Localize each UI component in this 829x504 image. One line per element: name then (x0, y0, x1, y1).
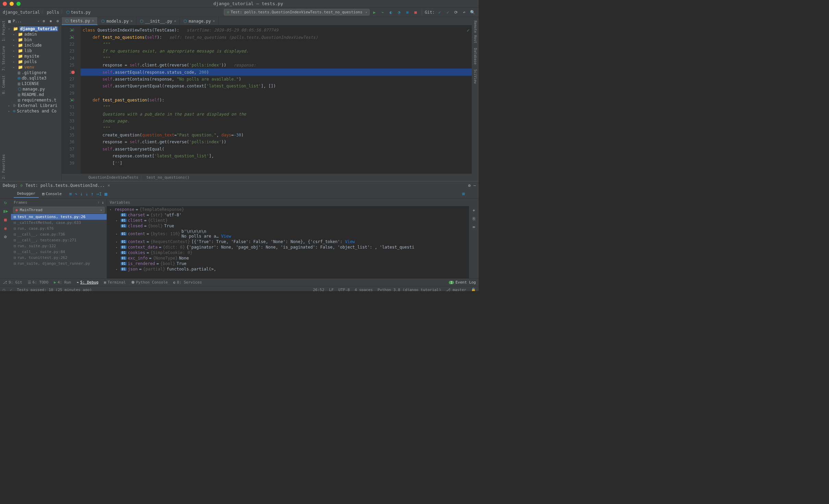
debug-toolwindow-button[interactable]: ⌁5: Debug (76, 280, 98, 285)
gear-icon[interactable]: ⚙ (55, 19, 60, 23)
chevron-right-icon[interactable]: ▸ (8, 110, 12, 113)
git-update-button[interactable]: ✓ (436, 9, 443, 16)
tree-item[interactable]: ▸📁polls (7, 59, 61, 64)
gutter-line[interactable]: 37 (62, 146, 81, 153)
step-into-icon[interactable]: ↓ (80, 191, 83, 196)
breadcrumb-folder[interactable]: polls (47, 10, 59, 15)
variable-item[interactable]: ▾response = {TemplateResponse} (107, 207, 469, 212)
thread-select[interactable]: ● MainThread ▾ (13, 207, 105, 213)
tree-item[interactable]: ▤.gitignore (7, 70, 61, 75)
expand-icon[interactable]: ▸ (116, 232, 119, 236)
sciview-toolwindow-button[interactable]: SciView (473, 67, 477, 86)
code-area[interactable]: class QuestionIndexViewTests(TestCase): … (81, 25, 472, 173)
locate-icon[interactable]: ⊕ (41, 19, 46, 23)
variable-item[interactable]: ▸01client = {Client} (107, 218, 469, 223)
run-button[interactable]: ▶ (371, 9, 378, 16)
step-over-icon[interactable]: ↷ (75, 191, 77, 196)
run-gutter-icon[interactable]: ▶ (71, 98, 73, 102)
tool-windows-icon[interactable]: ▢ (3, 288, 5, 291)
resume-button[interactable]: ▮▶ (3, 208, 8, 214)
gutter-line[interactable]: 26 (62, 69, 81, 75)
remote-host-toolwindow-button[interactable]: Remote Host (473, 19, 477, 45)
close-tab-icon[interactable]: × (130, 19, 133, 23)
debug-button[interactable]: ⌁ (379, 9, 386, 16)
variable-item[interactable]: ▸01content = {bytes: 110} b'\n\n\n\n No … (107, 229, 469, 239)
editor-tab[interactable]: ⬡__init__.py× (136, 17, 180, 25)
view-breakpoints-button[interactable]: ◉ (4, 226, 7, 231)
status-cursor[interactable]: 26:52 (313, 288, 324, 291)
run-configuration-select[interactable]: ⊘ Test: polls.tests.QuestionIndexViewTes… (224, 9, 370, 15)
variable-item[interactable]: ▸01cookies = {SimpleCookie: 0} (107, 250, 469, 255)
stop-debug-button[interactable]: ■ (4, 217, 7, 222)
code-line[interactable]: self.assertQuerysetEqual( (81, 146, 472, 153)
frame-item[interactable]: ⊡__call__, testcases.py:271 (11, 237, 107, 243)
tree-item[interactable]: ▸📁mysite (7, 53, 61, 59)
status-line-separator[interactable]: LF (329, 288, 334, 291)
frames-list[interactable]: ⊡test_no_questions, tests.py:26⊡_callTes… (11, 214, 107, 278)
todo-toolwindow-button[interactable]: ☰6: TODO (28, 280, 48, 285)
gutter-line[interactable]: 29 (62, 90, 81, 97)
commit-toolwindow-button[interactable]: 0: Commit (2, 73, 5, 96)
code-line[interactable]: Questions with a pub_date in the past ar… (81, 111, 472, 118)
lock-icon[interactable]: 🔒 (471, 288, 476, 291)
code-line[interactable]: """ (81, 124, 472, 131)
frame-item[interactable]: ⊡run, tcunittest.py:262 (11, 255, 107, 261)
chevron-down-icon[interactable]: ▾ (8, 27, 12, 31)
gutter-line[interactable]: 25 (62, 62, 81, 69)
chevron-right-icon[interactable]: ▸ (13, 33, 16, 36)
code-line[interactable] (81, 90, 472, 97)
tree-item[interactable]: ▸📁venv (7, 64, 61, 70)
gutter-line[interactable]: 31 (62, 104, 81, 110)
chevron-right-icon[interactable]: ▸ (8, 104, 12, 107)
close-window-button[interactable] (3, 2, 7, 6)
project-toolwindow-button[interactable]: 1: Project (2, 19, 5, 43)
chevron-right-icon[interactable]: ▸ (13, 44, 16, 47)
search-everywhere-button[interactable]: 🔍 (469, 9, 476, 16)
project-panel-title[interactable]: P... (13, 19, 35, 23)
run-gutter-icon[interactable]: ▶ (71, 28, 73, 32)
frame-item[interactable]: ⊡__call__, suite.py:84 (11, 249, 107, 255)
tree-item[interactable]: ▸📁lib (7, 48, 61, 53)
variable-item[interactable]: ▸01context = {RequestContext} [{'True': … (107, 239, 469, 244)
prev-frame-icon[interactable]: ↑ (97, 200, 100, 205)
code-line[interactable]: """ (81, 55, 472, 62)
gear-icon[interactable]: ⚙ (468, 183, 471, 188)
maximize-window-button[interactable] (16, 2, 21, 6)
next-frame-icon[interactable]: ↓ (101, 200, 104, 205)
status-tests[interactable]: Tests passed: 10 (25 minutes ago) (17, 288, 92, 291)
editor-breadcrumb[interactable]: QuestionIndexViewTests 〉 test_no_questio… (62, 173, 472, 181)
frame-item[interactable]: ⊡_callTestMethod, case.py:633 (11, 220, 107, 226)
chevron-right-icon[interactable]: ▸ (13, 49, 16, 52)
git-commit-button[interactable]: ✓ (444, 9, 451, 16)
editor-tab[interactable]: ⬡tests.py× (62, 17, 98, 25)
frame-item[interactable]: ⊡run, case.py:676 (11, 226, 107, 231)
profile-button[interactable]: ◔ (396, 9, 403, 16)
close-tab-icon[interactable]: × (92, 19, 94, 23)
code-line[interactable]: response = self.client.get(reverse('poll… (81, 62, 472, 69)
gutter-line[interactable]: 39 (62, 159, 81, 166)
layout-icon[interactable]: ⊞ (462, 191, 465, 196)
tree-item[interactable]: ▸📁bin (7, 37, 61, 43)
variable-item[interactable]: 01charset = {str} 'utf-8' (107, 212, 469, 218)
hide-panel-icon[interactable]: — (473, 183, 476, 188)
project-tree[interactable]: ▾ 📁 django_tutorial ▸📁admin▸📁bin▸📁includ… (7, 25, 61, 115)
tree-item[interactable]: ⊟db.sqlite3 (7, 75, 61, 81)
database-toolwindow-button[interactable]: Database (473, 46, 477, 67)
code-line[interactable]: def test_no_questions(self): self: test_… (81, 34, 472, 40)
frame-item[interactable]: ⊡run_suite, django_test_runner.py (11, 261, 107, 266)
debug-run-name[interactable]: Test: polls.tests.QuestionInd... (26, 183, 105, 188)
expand-icon[interactable]: ▸ (116, 240, 119, 243)
tree-item[interactable]: ▸📁include (7, 43, 61, 48)
code-line[interactable]: class QuestionIndexViewTests(TestCase): … (81, 27, 472, 34)
breadcrumb-function[interactable]: test_no_questions() (146, 175, 190, 180)
expand-icon[interactable]: ▾ (110, 208, 113, 211)
structure-toolwindow-button[interactable]: 7: Structure (2, 44, 5, 73)
show-execution-point-icon[interactable]: ≡ (69, 191, 72, 196)
add-watch-icon[interactable]: + (472, 208, 475, 213)
editor[interactable]: ▶20▶212223242526272829▶30313233343536373… (62, 25, 472, 173)
status-interpreter[interactable]: Python 3.8 (django_tutorial) (377, 288, 441, 291)
variables-tree[interactable]: ▾response = {TemplateResponse} 01charset… (107, 206, 469, 278)
git-toolwindow-button[interactable]: ⎇9: Git (3, 280, 22, 285)
favorites-toolwindow-button[interactable]: 2: Favorites (2, 152, 5, 181)
chevron-down-icon[interactable]: ▾ (38, 20, 39, 23)
